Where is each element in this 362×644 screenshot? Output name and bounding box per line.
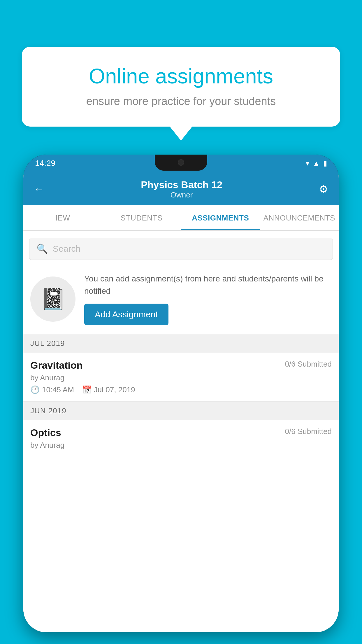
add-assignment-section: 📓 You can add assignment(s) from here an… [23,267,339,334]
header-title-area: Physics Batch 12 Owner [141,179,222,200]
clock-icon: 🕐 [30,385,40,394]
search-placeholder[interactable]: Search [53,244,80,254]
add-assignment-button[interactable]: Add Assignment [84,304,168,325]
tab-assignments[interactable]: ASSIGNMENTS [181,205,260,230]
assignment-icon-circle: 📓 [30,276,75,322]
tab-announcements[interactable]: ANNOUNCEMENTS [260,205,339,230]
speech-bubble-title: Online assignments [42,64,320,88]
notebook-icon: 📓 [40,287,66,312]
assignment-description: You can add assignment(s) from here and … [84,273,332,297]
header-subtitle: Owner [141,190,222,200]
section-header-jun-2019: JUN 2019 [23,402,339,420]
assignment-item-header-optics: Optics 0/6 Submitted [30,427,332,438]
phone-notch [155,155,207,171]
battery-icon: ▮ [323,159,327,167]
content-area: 🔍 Search 📓 You can add assignment(s) fro… [23,231,339,632]
assignment-item-optics[interactable]: Optics 0/6 Submitted by Anurag [23,420,339,460]
assignment-item-header: Gravitation 0/6 Submitted [30,360,332,371]
assignment-by-optics: by Anurag [30,441,332,450]
front-camera [178,159,184,166]
app-header: ← Physics Batch 12 Owner ⚙ [23,172,339,205]
assignment-submitted: 0/6 Submitted [285,360,332,369]
assignment-time: 🕐 10:45 AM [30,385,74,394]
settings-button[interactable]: ⚙ [319,183,328,195]
assignment-date: 📅 Jul 07, 2019 [82,385,135,394]
calendar-icon: 📅 [82,385,92,394]
phone-frame: 14:29 ▾ ▲ ▮ ← Physics Batch 12 Owner ⚙ I… [23,155,339,632]
header-title: Physics Batch 12 [141,179,222,190]
search-icon: 🔍 [36,243,48,254]
assignment-item-gravitation[interactable]: Gravitation 0/6 Submitted by Anurag 🕐 10… [23,353,339,402]
speech-bubble-container: Online assignments ensure more practice … [22,47,340,127]
section-header-jul-2019: JUL 2019 [23,334,339,353]
assignment-submitted-optics: 0/6 Submitted [285,427,332,436]
status-time: 14:29 [35,159,55,168]
assignment-meta: 🕐 10:45 AM 📅 Jul 07, 2019 [30,385,332,394]
signal-icon: ▲ [313,159,320,167]
back-button[interactable]: ← [34,183,44,195]
assignment-name-optics: Optics [30,427,61,438]
tab-students[interactable]: STUDENTS [102,205,181,230]
speech-bubble-subtitle: ensure more practice for your students [42,95,320,108]
app-screen: ← Physics Batch 12 Owner ⚙ IEW STUDENTS … [23,172,339,632]
assignment-name: Gravitation [30,360,82,371]
speech-bubble: Online assignments ensure more practice … [22,47,340,127]
status-icons: ▾ ▲ ▮ [306,159,327,167]
assignment-by: by Anurag [30,373,332,382]
tabs-bar: IEW STUDENTS ASSIGNMENTS ANNOUNCEMENTS [23,205,339,231]
tab-iew[interactable]: IEW [23,205,102,230]
wifi-icon: ▾ [306,159,309,167]
assignment-info: You can add assignment(s) from here and … [84,273,332,325]
search-bar[interactable]: 🔍 Search [29,238,333,260]
